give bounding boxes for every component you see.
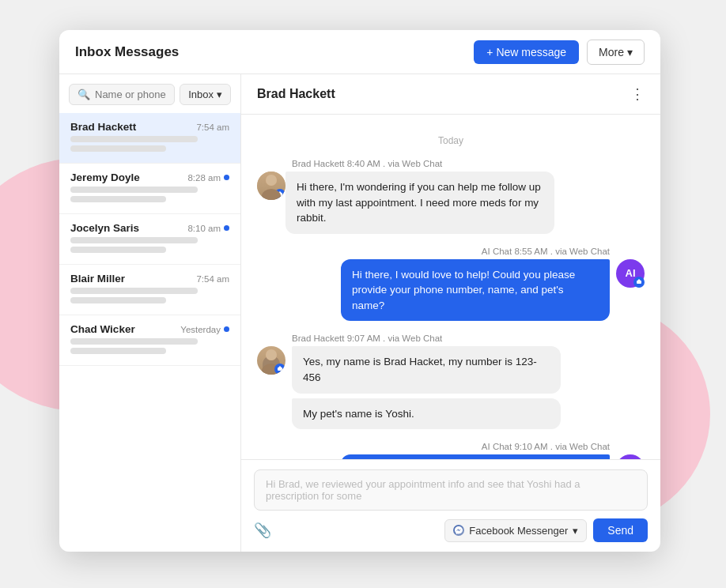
contact-item[interactable]: Brad Hackett 7:54 am bbox=[59, 113, 240, 164]
preview-line bbox=[70, 136, 198, 142]
top-bar: Inbox Messages + New message More ▾ bbox=[59, 30, 660, 74]
input-area: Hi Brad, we reviewed your appointment in… bbox=[241, 459, 660, 552]
message-input-box[interactable]: Hi Brad, we reviewed your appointment in… bbox=[254, 469, 648, 511]
unread-dot bbox=[224, 175, 229, 180]
contact-item[interactable]: Chad Wicker Yesterday bbox=[59, 315, 240, 366]
date-divider: Today bbox=[257, 135, 645, 146]
avatar-badge bbox=[274, 364, 285, 375]
sidebar-search-bar: 🔍 Inbox ▾ bbox=[59, 74, 240, 113]
inbox-title: Inbox Messages bbox=[75, 44, 179, 60]
chat-header: Brad Hackett ⋮ bbox=[241, 74, 660, 115]
message-content: Yes, my name is Brad Hacket, my number i… bbox=[292, 346, 561, 429]
preview-line bbox=[70, 196, 166, 202]
contact-name: Brad Hackett bbox=[70, 121, 136, 133]
chat-contact-name: Brad Hackett bbox=[257, 87, 335, 101]
msg-sender: AI Chat bbox=[482, 247, 512, 256]
unread-dot bbox=[224, 225, 229, 231]
message-bubble: My pet's name is Yoshi. bbox=[292, 398, 561, 430]
facebook-messenger-icon bbox=[453, 525, 464, 536]
preview-line bbox=[70, 145, 166, 152]
preview-line bbox=[70, 237, 198, 243]
avatar bbox=[257, 346, 285, 375]
msg-time: 9:10 AM . via Web Chat bbox=[514, 442, 610, 451]
inbox-filter-button[interactable]: Inbox ▾ bbox=[180, 84, 231, 105]
avatar: AI bbox=[616, 454, 645, 459]
contact-time: 7:54 am bbox=[196, 274, 229, 284]
top-bar-actions: + New message More ▾ bbox=[474, 40, 645, 65]
search-icon: 🔍 bbox=[78, 89, 90, 100]
channel-select[interactable]: Facebook Messenger ▾ bbox=[444, 519, 587, 542]
contact-time: 8:28 am bbox=[187, 173, 229, 183]
svg-rect-2 bbox=[637, 281, 641, 284]
svg-marker-5 bbox=[278, 366, 282, 368]
main-window: Inbox Messages + New message More ▾ 🔍 In… bbox=[59, 30, 660, 552]
search-input[interactable] bbox=[95, 89, 166, 100]
sidebar: 🔍 Inbox ▾ Brad Hackett 7:54 am bbox=[59, 74, 241, 552]
channel-label: Facebook Messenger bbox=[469, 525, 568, 537]
message-bubble: Hi there, I would love to help! Could yo… bbox=[341, 259, 610, 322]
msg-meta: AI Chat 8:55 AM . via Web Chat bbox=[257, 247, 610, 256]
contact-item[interactable]: Jocelyn Saris 8:10 am bbox=[59, 214, 240, 265]
preview-line bbox=[70, 348, 166, 354]
preview-line bbox=[70, 247, 166, 253]
more-label: More bbox=[599, 46, 624, 58]
msg-time: 8:55 AM . via Web Chat bbox=[514, 247, 610, 256]
avatar: AI bbox=[616, 259, 645, 288]
send-controls: Facebook Messenger ▾ Send bbox=[444, 518, 648, 542]
contact-name: Blair Miller bbox=[70, 273, 125, 285]
new-message-button[interactable]: + New message bbox=[474, 40, 579, 64]
msg-meta: AI Chat 9:10 AM . via Web Chat bbox=[257, 442, 610, 451]
contact-time: Yesterday bbox=[180, 325, 229, 334]
contact-time: 8:10 am bbox=[187, 224, 229, 233]
contact-name: Chad Wicker bbox=[70, 323, 135, 335]
svg-marker-3 bbox=[637, 279, 641, 281]
preview-line bbox=[70, 338, 198, 345]
contact-item[interactable]: Blair Miller 7:54 am bbox=[59, 265, 240, 315]
msg-sender: Brad Hackett bbox=[292, 334, 344, 343]
contact-name: Jocelyn Saris bbox=[70, 222, 139, 234]
message-row: Hi there, I'm wondering if you can help … bbox=[257, 172, 645, 234]
more-chevron-icon: ▾ bbox=[627, 46, 633, 58]
message-bubble: Hi there, I'm wondering if you can help … bbox=[285, 172, 554, 234]
contact-list: Brad Hackett 7:54 am Jeremy Doyle 8:28 a… bbox=[59, 113, 240, 552]
message-row: AI Hi there, I would love to help! Could… bbox=[257, 259, 645, 322]
contact-name: Jeremy Doyle bbox=[70, 172, 140, 183]
msg-meta: Brad Hackett 8:40 AM . via Web Chat bbox=[292, 159, 645, 168]
preview-line bbox=[70, 187, 198, 193]
messages-area: Today Brad Hackett 8:40 AM . via Web Cha… bbox=[241, 115, 660, 459]
contact-time: 7:54 am bbox=[196, 122, 229, 132]
msg-meta: Brad Hackett 9:07 AM . via Web Chat bbox=[292, 334, 645, 343]
content-area: 🔍 Inbox ▾ Brad Hackett 7:54 am bbox=[59, 74, 660, 552]
message-content: Hi there, I'm wondering if you can help … bbox=[285, 172, 554, 234]
preview-line bbox=[70, 297, 166, 303]
avatar-badge bbox=[633, 277, 645, 288]
avatar bbox=[257, 172, 285, 200]
attach-icon[interactable]: 📎 bbox=[254, 522, 271, 539]
message-bubble: Yes, my name is Brad Hacket, my number i… bbox=[292, 346, 561, 393]
message-row: Yes, my name is Brad Hacket, my number i… bbox=[257, 346, 645, 429]
contact-item[interactable]: Jeremy Doyle 8:28 am bbox=[59, 164, 240, 214]
svg-rect-4 bbox=[278, 368, 282, 371]
message-content: Hi there, I would love to help! Could yo… bbox=[341, 259, 610, 322]
msg-time: 8:40 AM . via Web Chat bbox=[347, 159, 443, 168]
msg-sender: AI Chat bbox=[482, 442, 512, 451]
inbox-chevron-icon: ▾ bbox=[217, 89, 222, 100]
channel-chevron-icon: ▾ bbox=[573, 525, 578, 537]
msg-sender: Brad Hackett bbox=[292, 159, 344, 168]
unread-dot bbox=[224, 326, 229, 332]
send-button[interactable]: Send bbox=[593, 518, 648, 542]
chat-more-icon[interactable]: ⋮ bbox=[630, 85, 645, 103]
inbox-filter-label: Inbox bbox=[188, 89, 214, 100]
preview-line bbox=[70, 288, 198, 294]
msg-time: 9:07 AM . via Web Chat bbox=[347, 334, 443, 343]
input-actions: 📎 Facebook Messenger ▾ Send bbox=[254, 518, 648, 542]
more-button[interactable]: More ▾ bbox=[587, 40, 645, 65]
chat-panel: Brad Hackett ⋮ Today Brad Hackett 8:40 A… bbox=[241, 74, 660, 552]
search-input-wrap: 🔍 bbox=[69, 84, 175, 105]
